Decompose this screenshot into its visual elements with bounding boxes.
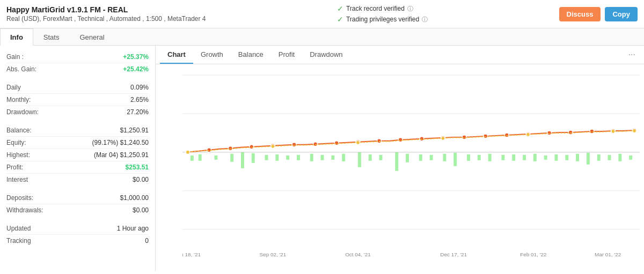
updated-label: Updated [6,225,31,232]
monthly-value: 2.65% [130,96,149,103]
highest-label: Highest: [6,151,30,159]
tracking-row: Tracking 0 [6,235,149,247]
interest-value: $0.00 [133,176,149,183]
svg-rect-19 [230,154,233,162]
svg-rect-25 [297,155,300,160]
svg-rect-32 [379,155,383,160]
svg-point-72 [547,131,552,135]
chart-tab-drawdown[interactable]: Drawdown [302,46,350,64]
interest-row: Interest $0.00 [6,174,149,186]
equity-label: Equity: [6,139,26,146]
svg-rect-33 [395,152,398,171]
svg-text:Dec 17, '21: Dec 17, '21 [440,251,467,257]
svg-rect-30 [358,152,361,167]
discuss-button[interactable]: Discuss [559,7,601,21]
svg-rect-37 [443,154,446,161]
copy-button[interactable]: Copy [605,7,638,21]
deposits-section: Deposits: $1,000.00 Withdrawals: $0.00 [6,192,149,216]
svg-rect-40 [478,155,481,160]
right-panel: Chart Growth Balance Profit Drawdown ···… [156,46,644,271]
left-panel: Gain : +25.37% Abs. Gain: +25.42% Daily … [0,46,156,271]
check-icon-1: ✓ [337,4,343,13]
svg-point-57 [228,146,232,151]
svg-rect-31 [369,154,372,161]
gain-section: Gain : +25.37% Abs. Gain: +25.42% [6,51,149,75]
svg-point-60 [292,143,296,147]
svg-rect-50 [587,153,590,165]
svg-point-68 [462,135,466,139]
tab-general[interactable]: General [69,28,114,46]
meta-section: Updated 1 Hour ago Tracking 0 [6,223,149,247]
svg-point-64 [377,139,382,143]
profit-label: Profit: [6,164,23,171]
svg-rect-46 [544,155,547,160]
svg-rect-20 [241,152,244,168]
svg-point-79 [356,140,360,144]
equity-row: Equity: (99.17%) $1,240.50 [6,137,149,149]
svg-point-69 [484,134,488,138]
svg-point-70 [504,133,509,137]
tab-stats[interactable]: Stats [33,28,70,46]
svg-rect-27 [321,155,324,160]
main-tabs: Info Stats General [0,28,644,46]
withdrawals-label: Withdrawals: [6,206,43,214]
svg-rect-29 [342,154,345,161]
chart-tab-growth[interactable]: Growth [193,46,231,64]
svg-rect-51 [597,154,601,161]
svg-rect-34 [406,154,409,162]
svg-point-73 [568,130,573,135]
svg-rect-38 [453,153,457,166]
chart-tab-profit[interactable]: Profit [271,46,302,64]
tab-info[interactable]: Info [0,28,33,46]
withdrawals-row: Withdrawals: $0.00 [6,204,149,216]
gain-value: +25.37% [123,53,149,61]
deposits-value: $1,000.00 [120,194,149,202]
abs-gain-row: Abs. Gain: +25.42% [6,63,149,75]
action-buttons: Discuss Copy [559,7,638,21]
svg-rect-16 [191,155,194,161]
performance-section: Daily 0.09% Monthly: 2.65% Drawdown: 27.… [6,82,149,118]
content-area: Gain : +25.37% Abs. Gain: +25.42% Daily … [0,46,644,271]
svg-rect-22 [265,155,268,160]
chart-more-button[interactable]: ··· [624,46,640,64]
highest-row: Highest: (Mar 04) $1,250.91 [6,149,149,161]
svg-rect-21 [252,153,255,163]
withdrawals-value: $0.00 [133,206,149,214]
top-bar: Happy MartiGrid v1.9.1 FM - REAL Real (U… [0,0,644,28]
svg-point-62 [334,141,339,145]
tracking-value: 0 [145,237,149,245]
svg-rect-47 [554,154,558,161]
info-icon-1[interactable]: ⓘ [407,5,413,13]
balance-value: $1,250.91 [120,127,149,134]
tracking-label: Tracking [6,237,31,245]
gain-row: Gain : +25.37% [6,51,149,63]
svg-rect-26 [310,154,313,161]
daily-label: Daily [6,84,21,91]
svg-rect-18 [214,155,217,160]
header-info: Happy MartiGrid v1.9.1 FM - REAL Real (U… [6,5,206,23]
svg-point-81 [526,132,530,136]
svg-point-82 [611,129,615,133]
updated-row: Updated 1 Hour ago [6,223,149,235]
svg-rect-17 [199,154,202,161]
chart-tab-balance[interactable]: Balance [231,46,271,64]
monthly-label: Monthly: [6,96,31,103]
page-title: Happy MartiGrid v1.9.1 FM - REAL [6,5,206,14]
svg-rect-41 [488,154,492,161]
svg-rect-52 [608,155,611,160]
page-subtitle: Real (USD), ForexMart , Technical , Auto… [6,15,206,23]
chart-svg: 32% 16% 0% -16% -32% Jun 18, '21 Sep 02,… [182,70,640,263]
updated-value: 1 Hour ago [117,225,149,232]
equity-value: (99.17%) $1,240.50 [92,139,149,146]
svg-rect-28 [331,155,334,160]
balance-section: Balance: $1,250.91 Equity: (99.17%) $1,2… [6,124,149,186]
info-icon-2[interactable]: ⓘ [422,16,428,24]
svg-text:Mar 01, '22: Mar 01, '22 [595,251,621,257]
svg-rect-54 [629,155,632,160]
svg-point-83 [633,129,636,132]
svg-text:Feb 01, '22: Feb 01, '22 [520,251,547,257]
svg-point-61 [313,142,318,146]
chart-tab-chart[interactable]: Chart [160,46,193,64]
deposits-label: Deposits: [6,194,33,202]
abs-gain-label: Abs. Gain: [6,65,36,73]
